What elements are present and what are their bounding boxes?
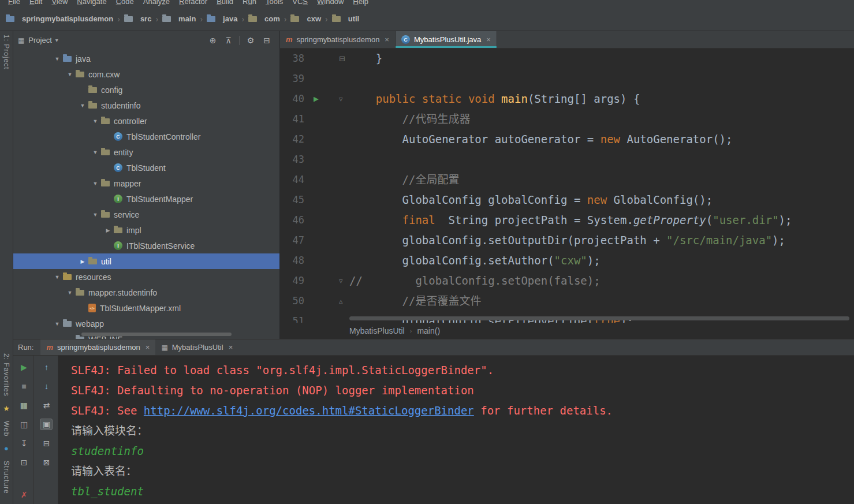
close-button[interactable]: ✗ bbox=[17, 489, 30, 501]
code-text[interactable]: //是否覆盖文件 bbox=[349, 291, 481, 311]
bookmark-dot-icon[interactable]: ● bbox=[4, 445, 9, 453]
tree-item-util[interactable]: ▶util bbox=[13, 253, 279, 269]
code-line-44[interactable]: 44 //全局配置 bbox=[280, 170, 854, 190]
breadcrumb-item-java[interactable]: java bbox=[206, 13, 238, 25]
breadcrumb-item-main[interactable]: main bbox=[161, 13, 197, 25]
locate-file-button[interactable]: ⊕ bbox=[205, 36, 221, 45]
close-icon[interactable]: × bbox=[146, 343, 150, 352]
tree-item-config[interactable]: config bbox=[13, 82, 279, 98]
tree-expanded-arrow-icon[interactable]: ▼ bbox=[89, 118, 101, 124]
scroll-to-end-button[interactable]: ▣ bbox=[40, 419, 53, 430]
tool-button-favorites[interactable]: 2: Favorites bbox=[2, 353, 10, 397]
chevron-down-icon[interactable]: ▾ bbox=[55, 37, 58, 43]
tree-item-mapper-studentinfo[interactable]: ▼mapper.studentinfo bbox=[13, 285, 279, 300]
tree-item-tblstudentcontroller[interactable]: CTblStudentController bbox=[13, 129, 279, 144]
code-text[interactable]: globalConfig.setAuthor("cxw"); bbox=[349, 251, 601, 271]
gutter[interactable] bbox=[304, 170, 349, 190]
tree-expanded-arrow-icon[interactable]: ▼ bbox=[51, 274, 63, 280]
editor-tab-springmybatisplusdemon[interactable]: mspringmybatisplusdemon× bbox=[280, 31, 396, 48]
code-text[interactable]: public static void main(String[] args) { bbox=[349, 89, 640, 109]
tool-button-project[interactable]: 1: Project bbox=[2, 35, 10, 70]
breadcrumb-item-com[interactable]: com bbox=[247, 13, 281, 25]
menu-item-refactor[interactable]: Refactor bbox=[174, 0, 212, 7]
collapse-all-button[interactable]: ⊼ bbox=[221, 36, 236, 45]
tree-expanded-arrow-icon[interactable]: ▼ bbox=[89, 181, 101, 186]
close-icon[interactable]: × bbox=[385, 35, 389, 44]
tree-item-service[interactable]: ▼service bbox=[13, 207, 279, 222]
prev-stacktrace-button[interactable]: ↑ bbox=[40, 361, 53, 373]
breadcrumb-item-util[interactable]: util bbox=[331, 13, 361, 25]
breadcrumb-item-springmybatisplusdemon[interactable]: springmybatisplusdemon bbox=[5, 13, 114, 25]
menu-item-code[interactable]: Code bbox=[111, 0, 139, 7]
tree-item-controller[interactable]: ▼controller bbox=[13, 113, 279, 129]
settings-gear-button[interactable]: ⚙ bbox=[243, 36, 259, 45]
attach-debugger-button[interactable]: ↧ bbox=[17, 438, 30, 449]
code-text[interactable]: globalConfig.setOutputDir(projectPath + … bbox=[349, 230, 785, 251]
gutter[interactable] bbox=[304, 69, 349, 89]
console-output[interactable]: SLF4J: Failed to load class "org.slf4j.i… bbox=[58, 356, 854, 504]
fold-box-icon[interactable]: ⊟ bbox=[339, 48, 345, 69]
run-line-icon[interactable]: ▶ bbox=[314, 89, 319, 109]
code-line-48[interactable]: 48 globalConfig.setAuthor("cxw"); bbox=[280, 251, 854, 271]
show-running-list-button[interactable]: ⊡ bbox=[17, 457, 30, 468]
gutter[interactable] bbox=[304, 129, 349, 150]
code-text[interactable]: // globalConfig.setOpen(false); bbox=[349, 271, 601, 291]
menu-item-edit[interactable]: Edit bbox=[25, 0, 47, 7]
gutter[interactable] bbox=[304, 190, 349, 210]
code-text[interactable]: AutoGenerator autoGenerator = new AutoGe… bbox=[349, 129, 732, 150]
fold-end-icon[interactable]: ▵ bbox=[339, 291, 343, 311]
editor-breadcrumb-item-main-[interactable]: main() bbox=[417, 326, 440, 335]
close-icon[interactable]: × bbox=[486, 35, 491, 44]
code-line-49[interactable]: 49▿// globalConfig.setOpen(false); bbox=[280, 271, 854, 291]
hide-panel-button[interactable]: ⊟ bbox=[259, 36, 275, 45]
stop-button[interactable]: ■ bbox=[17, 380, 30, 392]
tree-item-resources[interactable]: ▼resources bbox=[13, 269, 279, 285]
tree-item-impl[interactable]: ▶impl bbox=[13, 222, 279, 238]
pause-output-button[interactable]: ▮▮ bbox=[17, 400, 30, 411]
tool-button-web[interactable]: Web bbox=[2, 421, 10, 436]
tool-button-structure[interactable]: Structure bbox=[2, 461, 10, 494]
tree-expanded-arrow-icon[interactable]: ▼ bbox=[51, 56, 63, 62]
editor-breadcrumb-item-mybatisplusutil[interactable]: MybatisPlusUtil bbox=[349, 326, 405, 335]
code-line-40[interactable]: 40▶▿ public static void main(String[] ar… bbox=[280, 89, 854, 109]
tree-item-java[interactable]: ▼java bbox=[13, 51, 279, 66]
run-tab-mybatisplusutil[interactable]: ▦MybatisPlusUtil× bbox=[155, 339, 238, 355]
breadcrumb-item-src[interactable]: src bbox=[123, 13, 153, 25]
gutter[interactable] bbox=[304, 230, 349, 251]
tree-item-com-cxw[interactable]: ▼com.cxw bbox=[13, 66, 279, 82]
close-icon[interactable]: × bbox=[229, 343, 233, 352]
code-text[interactable]: //代码生成器 bbox=[349, 109, 470, 129]
fold-down-icon[interactable]: ▿ bbox=[339, 271, 343, 291]
code-text[interactable]: //全局配置 bbox=[349, 170, 459, 190]
console-link[interactable]: http://www.slf4j.org/codes.html#StaticLo… bbox=[144, 404, 474, 417]
clear-all-button[interactable]: ⊠ bbox=[40, 457, 53, 468]
tree-expanded-arrow-icon[interactable]: ▼ bbox=[89, 150, 101, 155]
tree-item-tblstudentmapper[interactable]: ITblStudentMapper bbox=[13, 191, 279, 207]
project-panel-title[interactable]: Project bbox=[28, 36, 51, 44]
code-text[interactable]: GlobalConfig globalConfig = new GlobalCo… bbox=[349, 190, 713, 210]
code-line-43[interactable]: 43 bbox=[280, 150, 854, 170]
tree-item-studentinfo[interactable]: ▼studentinfo bbox=[13, 98, 279, 113]
breadcrumb-item-cxw[interactable]: cxw bbox=[289, 13, 322, 25]
tree-expanded-arrow-icon[interactable]: ▼ bbox=[64, 290, 76, 296]
soft-wrap-button[interactable]: ⇄ bbox=[40, 400, 53, 411]
gutter[interactable]: ⊟ bbox=[304, 48, 349, 69]
menu-item-view[interactable]: View bbox=[47, 0, 72, 7]
dump-threads-button[interactable]: ◫ bbox=[17, 419, 30, 430]
menu-item-window[interactable]: Window bbox=[312, 0, 348, 7]
menu-item-run[interactable]: Run bbox=[238, 0, 261, 7]
star-icon[interactable]: ★ bbox=[3, 405, 10, 413]
menu-item-analyze[interactable]: Analyze bbox=[139, 0, 174, 7]
gutter[interactable] bbox=[304, 109, 349, 129]
code-text[interactable]: final String projectPath = System.getPro… bbox=[349, 210, 792, 230]
gutter[interactable] bbox=[304, 311, 349, 323]
editor-tab-mybatisplusutil-java[interactable]: CMybatisPlusUtil.java× bbox=[396, 31, 497, 48]
fold-down-icon[interactable]: ▿ bbox=[339, 89, 343, 109]
menu-item-navigate[interactable]: Navigate bbox=[72, 0, 111, 7]
rerun-button[interactable]: ▶ bbox=[17, 361, 30, 373]
code-line-39[interactable]: 39 bbox=[280, 69, 854, 89]
menu-item-tools[interactable]: Tools bbox=[261, 0, 288, 7]
code-line-47[interactable]: 47 globalConfig.setOutputDir(projectPath… bbox=[280, 230, 854, 251]
gutter[interactable] bbox=[304, 251, 349, 271]
editor-body[interactable]: 38⊟ }3940▶▿ public static void main(Stri… bbox=[280, 48, 854, 323]
